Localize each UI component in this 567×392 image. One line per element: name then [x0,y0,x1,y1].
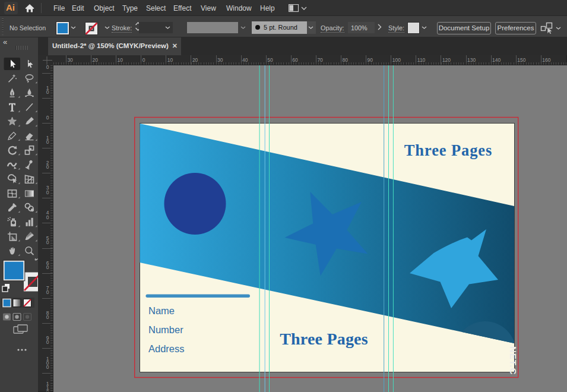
svg-text:Three Pages: Three Pages [280,330,368,348]
svg-text:NET.C: NET.C [508,346,518,375]
svg-text:Address: Address [148,343,185,354]
svg-text:Name: Name [148,305,175,316]
svg-text:Number: Number [148,324,183,335]
svg-text:Three Pages: Three Pages [404,141,493,159]
